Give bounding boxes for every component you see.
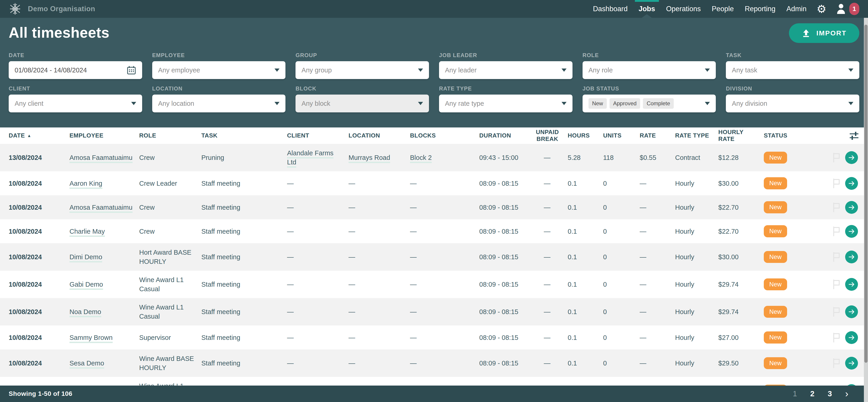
cell-location[interactable]: —	[348, 253, 410, 262]
cell-employee[interactable]: Aaron King	[69, 179, 139, 188]
cell-blocks[interactable]: —	[410, 227, 479, 236]
cell-client[interactable]: —	[287, 179, 348, 188]
nav-item-admin[interactable]: Admin	[781, 0, 812, 18]
cell-client[interactable]: Alandale Farms Ltd	[287, 148, 348, 167]
column-header-status[interactable]: STATUS	[764, 132, 798, 139]
column-header-rate[interactable]: RATE	[640, 132, 675, 139]
cell-client[interactable]: —	[287, 227, 348, 236]
cell-location[interactable]: —	[348, 179, 410, 188]
table-row[interactable]: 13/08/2024 Amosa Faamatuaimu Crew Prunin…	[0, 144, 868, 171]
column-header-client[interactable]: CLIENT	[287, 132, 348, 139]
group-select[interactable]: Any group	[296, 61, 429, 79]
org-logo[interactable]	[9, 2, 22, 15]
cell-blocks[interactable]: —	[410, 253, 479, 262]
open-timesheet-button[interactable]	[845, 305, 858, 318]
cell-employee[interactable]: Amosa Faamatuaimu	[69, 203, 139, 212]
cell-blocks[interactable]: —	[410, 179, 479, 188]
table-row[interactable]: 10/08/2024 Gabi Demo Wine Award L1 Casua…	[0, 271, 868, 298]
nav-item-people[interactable]: People	[706, 0, 739, 18]
nav-item-jobs[interactable]: Jobs	[633, 0, 660, 18]
open-timesheet-button[interactable]	[845, 225, 858, 238]
column-header-role[interactable]: ROLE	[139, 132, 202, 139]
open-timesheet-button[interactable]	[845, 151, 858, 164]
date-range-input[interactable]: 01/08/2024 - 14/08/2024	[9, 61, 142, 79]
cell-client[interactable]: —	[287, 203, 348, 212]
column-header-task[interactable]: TASK	[202, 132, 287, 139]
column-header-hours[interactable]: HOURS	[568, 132, 603, 139]
employee-select[interactable]: Any employee	[152, 61, 286, 79]
cell-blocks[interactable]: —	[410, 359, 479, 368]
cell-blocks[interactable]: Block 2	[410, 153, 479, 162]
column-header-date[interactable]: DATE ▲	[9, 132, 69, 139]
column-header-rate-type[interactable]: RATE TYPE	[675, 132, 718, 139]
cell-blocks[interactable]: —	[410, 203, 479, 212]
cell-blocks[interactable]: —	[410, 333, 479, 342]
column-header-hourly-rate[interactable]: HOURLY RATE	[718, 129, 764, 142]
next-page-button[interactable]: ›	[845, 389, 848, 399]
cell-location[interactable]: Murrays Road	[348, 153, 410, 162]
location-select[interactable]: Any location	[152, 95, 286, 112]
job-leader-select[interactable]: Any leader	[439, 61, 572, 79]
column-header-unpaid-break[interactable]: UNPAID BREAK	[531, 129, 568, 142]
cell-employee[interactable]: Charlie May	[69, 227, 139, 236]
flag-button[interactable]	[832, 279, 840, 290]
rate-type-select[interactable]: Any rate type	[439, 95, 572, 112]
open-timesheet-button[interactable]	[845, 177, 858, 190]
block-select[interactable]: Any block	[296, 95, 429, 112]
column-header-blocks[interactable]: BLOCKS	[410, 132, 479, 139]
page-button-1[interactable]: 1	[793, 390, 797, 398]
gear-icon[interactable]: ⚙	[812, 0, 831, 18]
open-timesheet-button[interactable]	[845, 250, 858, 263]
cell-location[interactable]: —	[348, 359, 410, 368]
flag-button[interactable]	[832, 226, 840, 237]
flag-button[interactable]	[832, 202, 840, 213]
cell-location[interactable]: —	[348, 227, 410, 236]
scrollbar-thumb[interactable]	[864, 25, 868, 363]
table-row[interactable]: 10/08/2024 Charlie May Crew Staff meetin…	[0, 219, 868, 243]
notification-badge[interactable]: 1	[849, 3, 859, 15]
cell-client[interactable]: —	[287, 280, 348, 289]
flag-button[interactable]	[832, 178, 840, 189]
client-select[interactable]: Any client	[9, 95, 142, 112]
cell-blocks[interactable]: —	[410, 307, 479, 316]
cell-location[interactable]: —	[348, 333, 410, 342]
table-row[interactable]: 10/08/2024 Sesa Demo Wine Award BASE HOU…	[0, 349, 868, 377]
column-header-employee[interactable]: EMPLOYEE	[69, 132, 139, 139]
table-row[interactable]: 10/08/2024 Sola Demo Wine Award L1 Casua…	[0, 377, 868, 386]
flag-button[interactable]	[832, 252, 840, 262]
cell-client[interactable]: —	[287, 253, 348, 262]
nav-item-dashboard[interactable]: Dashboard	[587, 0, 633, 18]
import-button[interactable]: IMPORT	[789, 23, 859, 43]
task-select[interactable]: Any task	[726, 61, 859, 79]
cell-employee[interactable]: Gabi Demo	[69, 280, 139, 289]
cell-location[interactable]: —	[348, 203, 410, 212]
open-timesheet-button[interactable]	[845, 278, 858, 291]
flag-button[interactable]	[832, 306, 840, 317]
cell-employee[interactable]: Amosa Faamatuaimu	[69, 153, 139, 162]
open-timesheet-button[interactable]	[845, 201, 858, 214]
cell-employee[interactable]: Noa Demo	[69, 307, 139, 316]
division-select[interactable]: Any division	[726, 95, 859, 112]
flag-button[interactable]	[832, 332, 840, 343]
flag-button[interactable]	[832, 152, 840, 163]
page-button-3[interactable]: 3	[828, 390, 832, 398]
job-status-select[interactable]: New Approved Complete	[583, 95, 716, 112]
cell-blocks[interactable]: —	[410, 280, 479, 289]
flag-button[interactable]	[832, 358, 840, 368]
open-timesheet-button[interactable]	[845, 331, 858, 344]
cell-location[interactable]: —	[348, 280, 410, 289]
nav-item-operations[interactable]: Operations	[661, 0, 706, 18]
columns-config-button[interactable]	[798, 131, 859, 140]
cell-employee[interactable]: Dimi Demo	[69, 253, 139, 262]
table-row[interactable]: 10/08/2024 Aaron King Crew Leader Staff …	[0, 171, 868, 195]
table-row[interactable]: 10/08/2024 Dimi Demo Hort Award BASE HOU…	[0, 243, 868, 271]
column-header-duration[interactable]: DURATION	[479, 132, 531, 139]
page-button-2[interactable]: 2	[810, 390, 814, 398]
user-icon[interactable]	[836, 4, 846, 14]
cell-client[interactable]: —	[287, 333, 348, 342]
cell-employee[interactable]: Sesa Demo	[69, 359, 139, 368]
cell-location[interactable]: —	[348, 307, 410, 316]
open-timesheet-button[interactable]	[845, 357, 858, 370]
cell-client[interactable]: —	[287, 359, 348, 368]
cell-client[interactable]: —	[287, 307, 348, 316]
